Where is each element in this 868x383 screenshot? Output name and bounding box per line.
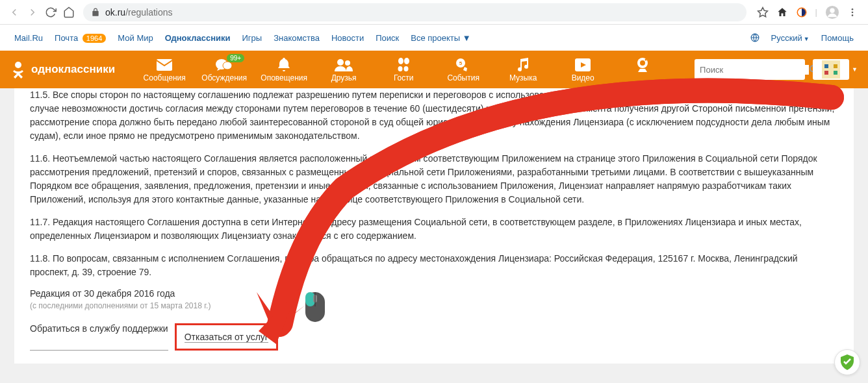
- decline-services-link[interactable]: Отказаться от услуг: [185, 332, 268, 343]
- portal-link-pochta[interactable]: Почта 1964: [55, 33, 106, 43]
- url-host: ok.ru: [105, 7, 125, 18]
- portal-link-poisk[interactable]: Поиск: [376, 33, 399, 43]
- nav-messages[interactable]: Сообщения: [134, 56, 194, 82]
- nav-notifications[interactable]: Оповещения: [254, 56, 314, 82]
- svg-rect-26: [824, 64, 828, 68]
- avatar[interactable]: [813, 59, 849, 80]
- svg-point-22: [640, 60, 645, 66]
- menu-icon[interactable]: [847, 7, 858, 18]
- portal-link-moimir[interactable]: Мой Мир: [118, 33, 153, 43]
- revision-date: Редакция от 30 декабря 2016 года: [30, 288, 838, 299]
- browser-toolbar: ok.ru/regulations |: [0, 0, 868, 25]
- svg-point-6: [852, 14, 854, 16]
- nav-video[interactable]: Видео: [553, 56, 613, 82]
- profile-icon[interactable]: [825, 5, 839, 19]
- lock-icon: [91, 8, 100, 17]
- svg-point-17: [404, 66, 409, 71]
- star-icon[interactable]: [757, 6, 769, 18]
- search-box[interactable]: [695, 59, 805, 80]
- svg-point-12: [337, 59, 344, 66]
- logo[interactable]: одноклассники: [10, 60, 115, 79]
- portal-link-help[interactable]: Помощь: [821, 33, 854, 43]
- svg-point-15: [404, 58, 409, 64]
- nav-guests[interactable]: Гости: [374, 56, 433, 82]
- home-button[interactable]: [60, 3, 78, 21]
- address-bar[interactable]: ok.ru/regulations: [83, 3, 747, 21]
- portal-link-znakomstva[interactable]: Знакомства: [274, 33, 320, 43]
- globe-icon[interactable]: [750, 33, 760, 42]
- portal-link-odnoklassniki[interactable]: Одноклассники: [165, 33, 231, 43]
- svg-text:5: 5: [459, 60, 463, 66]
- svg-marker-0: [758, 7, 767, 16]
- svg-point-14: [398, 58, 403, 64]
- extension-swirl-icon[interactable]: [796, 6, 808, 18]
- url-path: /regulations: [125, 7, 172, 18]
- notification-badge: 99+: [227, 54, 244, 62]
- svg-point-8: [15, 62, 21, 68]
- back-button[interactable]: [5, 3, 23, 21]
- nav-events[interactable]: 5 События: [433, 56, 493, 82]
- svg-point-23: [645, 59, 647, 61]
- search-input[interactable]: [700, 65, 809, 75]
- chevron-down-icon[interactable]: ▼: [852, 66, 858, 73]
- divider: |: [815, 7, 817, 17]
- svg-rect-27: [834, 64, 837, 68]
- nav-music[interactable]: Музыка: [493, 56, 553, 82]
- paragraph-11-7: 11.7. Редакция настоящего Соглашения дос…: [30, 216, 838, 243]
- portal-link-vseproekty[interactable]: Все проекты ▼: [411, 33, 470, 43]
- paragraph-11-8: 11.8. По вопросам, связанным с исполнени…: [30, 252, 838, 279]
- revision-subdate: (с последними дополнениями от 15 марта 2…: [30, 301, 838, 310]
- svg-rect-28: [824, 71, 828, 75]
- portal-link-igry[interactable]: Игры: [242, 33, 262, 43]
- chevron-down-icon: ▼: [804, 36, 810, 42]
- nav-discussions[interactable]: 99+ Обсуждения: [194, 56, 254, 82]
- portal-link-mailru[interactable]: Mail.Ru: [14, 33, 43, 43]
- svg-point-11: [223, 62, 232, 69]
- svg-rect-25: [822, 60, 840, 79]
- logo-text: одноклассники: [31, 63, 115, 76]
- portal-link-novosti[interactable]: Новости: [331, 33, 364, 43]
- content-area: 11.5. Все споры сторон по настоящему сог…: [14, 88, 854, 364]
- nav-friends[interactable]: Друзья: [314, 56, 374, 82]
- svg-point-13: [345, 60, 350, 66]
- paragraph-11-6: 11.6. Неотъемлемой частью настоящего Сог…: [30, 152, 838, 206]
- svg-point-3: [830, 8, 834, 12]
- svg-point-16: [398, 66, 403, 71]
- portal-nav: Mail.Ru Почта 1964 Мой Мир Одноклассники…: [0, 25, 868, 51]
- language-selector[interactable]: Русский▼: [771, 33, 810, 43]
- chevron-down-icon: ▼: [463, 33, 471, 43]
- forward-button[interactable]: [23, 3, 42, 21]
- extension-home-icon[interactable]: [776, 6, 788, 18]
- decline-highlight-box: Отказаться от услуг: [175, 323, 278, 351]
- mail-badge: 1964: [83, 34, 106, 43]
- svg-rect-29: [834, 71, 837, 75]
- ok-logo-icon: [10, 60, 26, 79]
- paragraph-11-5: 11.5. Все споры сторон по настоящему сог…: [30, 88, 838, 143]
- svg-point-5: [852, 11, 854, 13]
- support-link[interactable]: Обратиться в службу поддержки: [30, 323, 168, 351]
- site-header: одноклассники Сообщения 99+ Обсуждения О…: [0, 51, 868, 88]
- nav-webcam[interactable]: [613, 56, 672, 82]
- reload-button[interactable]: [42, 3, 60, 21]
- svg-point-4: [852, 8, 854, 10]
